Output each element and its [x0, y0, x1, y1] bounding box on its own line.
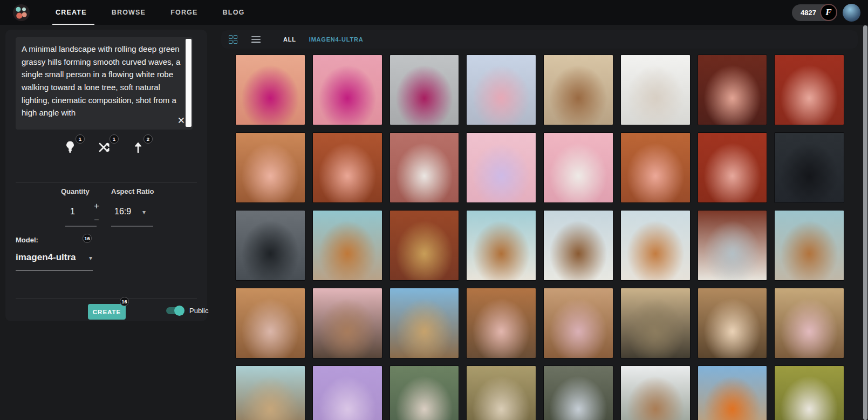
create-button[interactable]: CREATE [88, 304, 126, 320]
gallery-tile-pearl-helmet-lavender[interactable] [312, 365, 382, 420]
gallery-tile-magenta-dress-pose[interactable] [389, 55, 460, 125]
gallery-tile-mirror-visor-closeup[interactable] [698, 288, 768, 358]
gallery-tile-visor-desert-reflection[interactable] [235, 365, 305, 420]
gallery-tile-pale-balaclava-red[interactable] [698, 132, 768, 203]
user-avatar[interactable] [843, 4, 860, 22]
gallery-tile-purple-hood-lollipop[interactable] [466, 132, 536, 203]
gallery-filter-bar: ALL IMAGEN4-ULTRA [221, 30, 858, 49]
gallery-tile-knight-horse-maroon[interactable] [698, 210, 768, 281]
gallery-tile-skylight-interior[interactable] [620, 365, 691, 420]
nav-blog[interactable]: BLOG [223, 0, 245, 25]
main-nav: CREATE BROWSE FORGE BLOG [56, 0, 245, 25]
upload-icon [133, 141, 143, 153]
composer-panel: A minimal landscape with rolling deep gr… [5, 30, 207, 321]
upload-badge: 2 [143, 134, 153, 144]
quantity-decrement-button[interactable]: − [94, 215, 99, 226]
gallery-tile-visor-khaki-city[interactable] [466, 365, 536, 420]
gallery-tile-copper-knight-desert[interactable] [389, 210, 460, 281]
quantity-increment-button[interactable]: + [94, 201, 99, 212]
aspect-ratio-value: 16:9 [114, 207, 131, 216]
nav-forge[interactable]: FORGE [170, 0, 197, 25]
gallery-tile-black-gown-grey[interactable] [235, 210, 305, 281]
model-value: imagen4-ultra [16, 252, 76, 262]
top-bar: CREATE BROWSE FORGE BLOG 4827 F [0, 0, 868, 25]
divider [16, 182, 197, 182]
gallery-tile-black-gown-dark[interactable] [774, 132, 844, 203]
public-toggle-label: Public [189, 307, 208, 315]
gallery-tile-visor-green[interactable] [389, 365, 460, 420]
aspect-ratio-select[interactable]: 16:9 ▾ [111, 203, 160, 221]
shuffle-icon [98, 141, 110, 153]
credits-count: 4827 [801, 9, 816, 17]
chevron-down-icon: ▾ [142, 208, 146, 216]
model-label: Model: [16, 236, 38, 244]
gallery-tile-astronaut-pink-car-1[interactable] [235, 288, 305, 358]
gallery-tile-white-hood-lollipop[interactable] [389, 132, 460, 203]
divider [16, 299, 197, 299]
filter-all[interactable]: ALL [283, 36, 296, 43]
gallery-grid [235, 55, 844, 420]
nav-create[interactable]: CREATE [56, 0, 87, 25]
gallery-tile-knight-horse-sky[interactable] [543, 210, 613, 281]
app-logo[interactable] [13, 4, 30, 21]
grid-view-icon[interactable] [229, 35, 237, 44]
list-view-icon[interactable] [251, 36, 261, 43]
gallery-tile-futuro-house-desert[interactable] [698, 365, 768, 420]
filter-imagen4-ultra[interactable]: IMAGEN4-ULTRA [309, 36, 364, 43]
gallery-tile-knight-horse-teal[interactable] [466, 210, 536, 281]
gallery-tile-stone-archway-interior[interactable] [543, 365, 613, 420]
gallery-tile-pink-balaclava-dark[interactable] [698, 55, 768, 125]
upload-button[interactable]: 2 [132, 139, 145, 153]
quantity-label: Quantity [61, 187, 101, 195]
gallery-tile-gold-knight-horse[interactable] [312, 210, 382, 281]
gallery-tile-lace-shadow-portrait[interactable] [543, 55, 613, 125]
shuffle-badge: 1 [110, 134, 119, 144]
model-select[interactable]: imagen4-ultra ▾ [16, 252, 92, 263]
gallery-tile-pink-balaclava-red[interactable] [774, 55, 844, 125]
public-toggle[interactable] [166, 307, 184, 314]
gallery-tile-heart-tee-hood[interactable] [543, 132, 613, 203]
quantity-stepper[interactable]: 1 + − [61, 203, 101, 221]
gallery-tile-blonde-resting-portrait[interactable] [620, 55, 691, 125]
gallery-tile-helmet-pink-car[interactable] [774, 288, 844, 358]
shuffle-button[interactable]: 1 [98, 139, 111, 153]
gallery-tile-pink-balaclava-orange[interactable] [620, 132, 691, 203]
aspect-ratio-underline [111, 226, 153, 227]
gallery-tile-knight-horse-pale[interactable] [620, 210, 691, 281]
gallery-tile-astronaut-in-car[interactable] [312, 288, 382, 358]
prompt-textarea[interactable]: A minimal landscape with rolling deep gr… [16, 37, 193, 130]
create-badge: 16 [120, 297, 129, 306]
idea-button[interactable]: 1 [64, 139, 77, 153]
prompt-tools: 1 1 2 [64, 139, 145, 153]
forge-coin-icon: F [821, 5, 836, 20]
gallery-tile-magenta-paint-portrait-2[interactable] [312, 55, 382, 125]
quantity-underline [65, 226, 97, 227]
nav-browse[interactable]: BROWSE [112, 0, 146, 25]
gallery-tile-astronaut-standing-car[interactable] [543, 288, 613, 358]
credits-pill[interactable]: 4827 F [792, 4, 837, 21]
gallery-tile-olive-bathroom[interactable] [774, 365, 844, 420]
clear-prompt-icon[interactable]: ✕ [177, 116, 185, 125]
lightbulb-icon [65, 140, 75, 153]
gallery-tile-knight-car-teal[interactable] [774, 210, 844, 281]
prompt-text: A minimal landscape with rolling deep gr… [22, 43, 181, 126]
gallery-tile-astronaut-blue-sky[interactable] [389, 288, 460, 358]
model-underline [16, 270, 93, 271]
gallery-tile-balaclava-closeup-rust[interactable] [312, 132, 382, 203]
gallery-tile-astronaut-car-desert[interactable] [466, 288, 536, 358]
gallery-tile-magenta-paint-portrait[interactable] [235, 55, 305, 125]
gallery-tile-balaclava-closeup-warm[interactable] [235, 132, 305, 203]
gallery-tile-astronaut-gold-car[interactable] [620, 288, 691, 358]
page-scrollbar[interactable] [863, 25, 867, 420]
quantity-value: 1 [70, 207, 75, 216]
model-badge: 16 [83, 234, 92, 243]
chevron-down-icon: ▾ [89, 254, 92, 262]
aspect-ratio-label: Aspect Ratio [111, 187, 160, 195]
gallery-tile-flower-hair-portrait[interactable] [466, 55, 536, 125]
idea-badge: 1 [76, 134, 85, 144]
prompt-scrollbar[interactable] [186, 39, 192, 127]
